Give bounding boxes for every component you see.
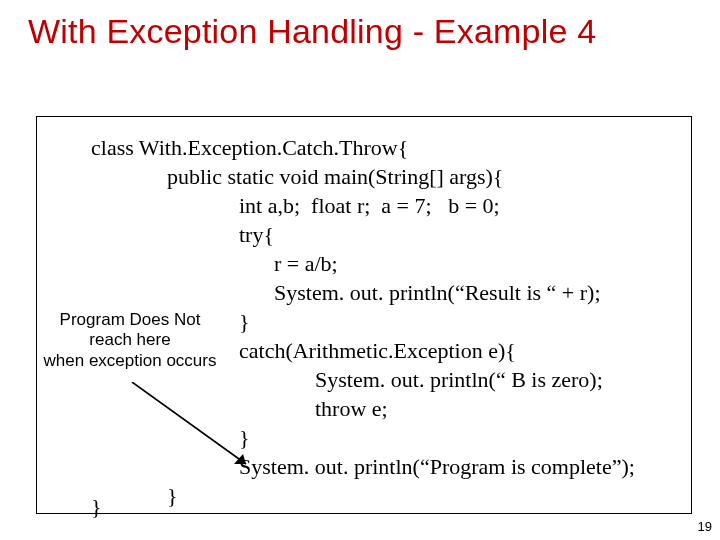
code-line: class With.Exception.Catch.Throw{ xyxy=(91,133,408,162)
code-line: } xyxy=(239,307,250,336)
arrow-icon xyxy=(96,382,264,474)
annotation-line: reach here xyxy=(89,330,170,349)
svg-marker-1 xyxy=(234,454,246,464)
code-line: } xyxy=(91,492,102,521)
code-line: r = a/b; xyxy=(274,249,338,278)
code-line: } xyxy=(167,481,178,510)
code-line: catch(Arithmetic.Exception e){ xyxy=(239,336,516,365)
slide: With Exception Handling - Example 4 clas… xyxy=(0,0,720,540)
code-line: int a,b; float r; a = 7; b = 0; xyxy=(239,191,500,220)
annotation-line: when exception occurs xyxy=(44,351,217,370)
code-line: throw e; xyxy=(315,394,388,423)
slide-title: With Exception Handling - Example 4 xyxy=(0,0,720,65)
annotation-line: Program Does Not xyxy=(60,310,201,329)
code-line: try{ xyxy=(239,220,274,249)
code-line: System. out. println(“Program is complet… xyxy=(239,452,635,481)
annotation-note: Program Does Not reach here when excepti… xyxy=(40,310,220,371)
code-line: System. out. println(“ B is zero); xyxy=(315,365,603,394)
code-line: public static void main(String[] args){ xyxy=(167,162,503,191)
code-line: System. out. println(“Result is “ + r); xyxy=(274,278,601,307)
page-number: 19 xyxy=(698,519,712,534)
svg-line-0 xyxy=(132,382,246,464)
